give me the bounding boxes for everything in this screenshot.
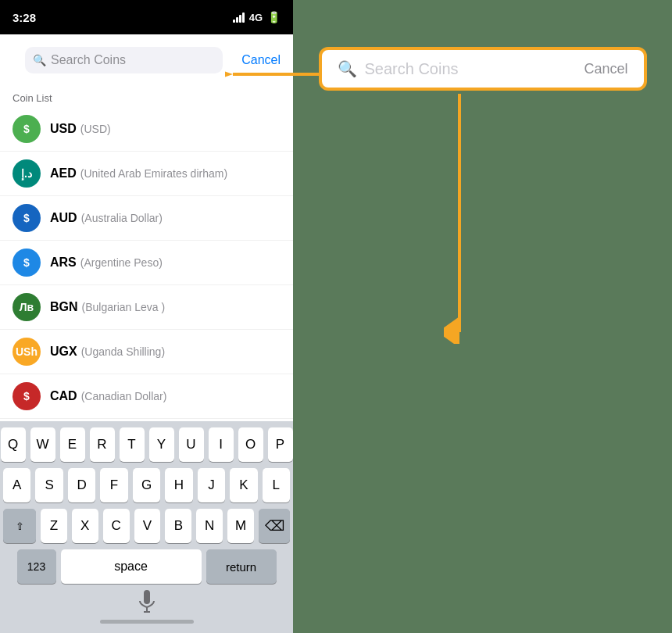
callout-search-bar: 🔍 Search Coins Cancel: [319, 47, 647, 91]
phone-frame: 3:28 4G 🔋 🔍 Search Coins Cancel Coin Lis…: [0, 0, 293, 633]
svg-rect-0: [144, 590, 150, 604]
search-placeholder: Search Coins: [51, 53, 215, 67]
coin-code: UGX: [50, 345, 77, 359]
coin-name: (Bulgarian Leva ): [82, 301, 166, 313]
coin-icon-ugx: USh: [13, 338, 41, 366]
home-indicator: [3, 617, 290, 630]
search-icon: 🔍: [33, 54, 46, 66]
key-e[interactable]: E: [60, 427, 85, 462]
coin-icon-aud: $: [13, 204, 41, 232]
key-s[interactable]: S: [35, 468, 63, 502]
callout-container: 🔍 Search Coins Cancel: [319, 47, 647, 91]
keyboard: Q W E R T Y U I O P A S D F G H J K L: [0, 421, 293, 633]
coin-item-usd[interactable]: $ USD (USD): [0, 107, 293, 152]
coin-icon-ars: $: [13, 249, 41, 277]
key-j[interactable]: J: [198, 468, 225, 502]
num-key[interactable]: 123: [17, 549, 56, 584]
key-x[interactable]: X: [72, 509, 98, 543]
coin-icon-cad: $: [13, 382, 41, 410]
mic-icon: [3, 590, 290, 613]
coin-name: (Uganda Shilling): [81, 345, 165, 358]
left-arrow: [225, 59, 327, 90]
coin-code: AED: [50, 166, 77, 181]
coin-code: BGN: [50, 300, 78, 314]
coin-icon-aed: د.إ: [13, 159, 41, 188]
coin-icon-usd: $: [13, 115, 41, 143]
coin-code: ARS: [50, 256, 77, 270]
keyboard-row-2: A S D F G H J K L: [3, 468, 290, 502]
key-u[interactable]: U: [179, 427, 204, 462]
return-key[interactable]: return: [206, 549, 277, 584]
coin-code: AUD: [50, 211, 77, 225]
key-p[interactable]: P: [268, 427, 293, 462]
coin-item-cad[interactable]: $ CAD (Canadian Dollar): [0, 374, 293, 419]
coin-name: (Australia Dollar): [81, 212, 163, 224]
key-h[interactable]: H: [165, 468, 192, 502]
coin-icon-bgn: Лв: [13, 293, 41, 321]
keyboard-row-1: Q W E R T Y U I O P: [3, 427, 290, 462]
callout-search-icon: 🔍: [338, 59, 357, 78]
coin-item-bgn[interactable]: Лв BGN (Bulgarian Leva ): [0, 285, 293, 330]
status-bar: 3:28 4G 🔋: [0, 0, 293, 34]
battery-icon: 🔋: [267, 11, 281, 23]
callout-cancel: Cancel: [584, 61, 627, 77]
space-key[interactable]: space: [61, 549, 202, 584]
coin-name: (United Arab Emirates dirham): [80, 167, 227, 180]
callout-placeholder: Search Coins: [365, 60, 577, 78]
coin-name: (Canadian Dollar): [81, 390, 167, 402]
keyboard-bottom-row: 123 space return: [3, 549, 290, 584]
coin-name: (USD): [80, 123, 111, 135]
coin-item-aed[interactable]: د.إ AED (United Arab Emirates dirham): [0, 152, 293, 196]
key-c[interactable]: C: [103, 509, 130, 543]
delete-key[interactable]: ⌫: [259, 509, 290, 543]
coin-item-ugx[interactable]: USh UGX (Uganda Shilling): [0, 330, 293, 374]
key-q[interactable]: Q: [1, 427, 26, 462]
key-b[interactable]: B: [165, 509, 191, 543]
coin-item-aud[interactable]: $ AUD (Australia Dollar): [0, 196, 293, 241]
key-k[interactable]: K: [230, 468, 257, 502]
key-m[interactable]: M: [227, 509, 254, 543]
coin-code: USD: [50, 122, 77, 136]
key-f[interactable]: F: [100, 468, 127, 502]
key-l[interactable]: L: [263, 468, 290, 502]
coin-name: (Argentine Peso): [80, 256, 163, 269]
key-t[interactable]: T: [120, 427, 145, 462]
key-y[interactable]: Y: [149, 427, 174, 462]
keyboard-row-3: ⇧ Z X C V B N M ⌫: [3, 509, 290, 543]
key-z[interactable]: Z: [41, 509, 67, 543]
status-time: 3:28: [13, 11, 36, 24]
key-i[interactable]: I: [209, 427, 234, 462]
key-g[interactable]: G: [133, 468, 160, 502]
key-v[interactable]: V: [134, 509, 161, 543]
down-arrow: [444, 94, 475, 344]
shift-key[interactable]: ⇧: [3, 509, 36, 543]
key-a[interactable]: A: [3, 468, 30, 502]
status-icons: 4G 🔋: [233, 11, 281, 23]
key-d[interactable]: D: [68, 468, 95, 502]
key-w[interactable]: W: [30, 427, 55, 462]
signal-icon: [233, 13, 245, 23]
key-o[interactable]: O: [238, 427, 263, 462]
key-n[interactable]: N: [196, 509, 223, 543]
annotation-area: 🔍 Search Coins Cancel: [293, 0, 672, 633]
key-r[interactable]: R: [90, 427, 115, 462]
coin-item-ars[interactable]: $ ARS (Argentine Peso): [0, 241, 293, 285]
network-type: 4G: [249, 12, 263, 23]
coin-code: CAD: [50, 389, 77, 403]
search-bar[interactable]: 🔍 Search Coins: [25, 47, 223, 73]
